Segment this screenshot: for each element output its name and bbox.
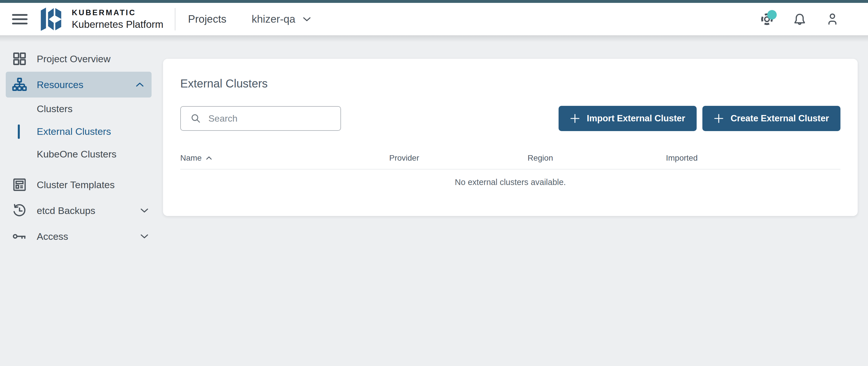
sidebar-item-label: External Clusters [37,126,111,137]
button-label: Create External Cluster [731,113,829,124]
column-header-name[interactable]: Name [180,154,389,163]
sidebar-item-label: Cluster Templates [37,179,115,191]
search-box[interactable] [180,106,341,131]
page-title: External Clusters [180,76,840,90]
header-divider [175,8,175,30]
brand-subtitle: Kubernetes Platform [72,19,163,30]
kubermatic-logo-icon [38,6,65,32]
plus-icon [570,113,580,123]
external-clusters-card: External Clusters Import External Cluste… [163,59,858,216]
search-icon [191,113,201,124]
template-icon [11,177,28,193]
history-icon [11,202,28,219]
sidebar-item-label: Project Overview [37,53,111,65]
sidebar-item-external-clusters[interactable]: External Clusters [0,120,161,143]
header-actions [760,12,839,26]
column-label: Provider [389,154,419,163]
chevron-up-icon [135,82,144,87]
create-external-cluster-button[interactable]: Create External Cluster [702,106,840,131]
sidebar-group-gap [0,166,161,172]
sidebar-item-access[interactable]: Access [0,224,161,249]
chevron-down-icon [140,234,149,239]
column-label: Imported [666,154,698,163]
column-header-provider[interactable]: Provider [389,154,528,163]
sidebar-item-label: Access [37,231,68,242]
column-header-imported[interactable]: Imported [666,154,840,163]
sidebar-item-resources[interactable]: Resources [6,72,152,98]
sidebar-item-label: Resources [37,79,84,90]
page-body: Project Overview Resources Clusters Ext [0,35,868,366]
column-label: Name [180,154,202,163]
sidebar-item-label: etcd Backups [37,205,95,216]
projects-label: Projects [188,13,226,25]
sidebar-item-project-overview[interactable]: Project Overview [0,46,161,72]
notification-dot [767,10,777,20]
search-input[interactable] [208,113,334,124]
table-header-row: Name Provider Region Imported [180,154,840,169]
sidebar: Project Overview Resources Clusters Ext [0,35,161,366]
sidebar-item-etcd-backups[interactable]: etcd Backups [0,198,161,224]
project-switcher[interactable]: khizer-qa [252,13,311,25]
sidebar-item-kubeone-clusters[interactable]: KubeOne Clusters [0,143,161,166]
notifications-bell-icon[interactable] [793,12,807,26]
grid-icon [11,51,28,67]
column-label: Region [528,154,553,163]
brand-text: KUBERMATIC Kubernetes Platform [72,8,163,30]
sidebar-item-clusters[interactable]: Clusters [0,98,161,120]
app-header: KUBERMATIC Kubernetes Platform Projects … [0,3,868,35]
kubermatic-logo[interactable]: KUBERMATIC Kubernetes Platform [38,6,163,32]
chevron-down-icon [303,16,311,22]
import-external-cluster-button[interactable]: Import External Cluster [559,106,696,131]
sidebar-item-label: Clusters [37,103,73,114]
hamburger-menu-icon[interactable] [12,14,28,24]
chevron-down-icon [140,208,149,213]
empty-state-message: No external clusters available. [180,176,840,188]
current-project-name: khizer-qa [252,13,296,25]
sort-ascending-icon [206,156,212,160]
button-label: Import External Cluster [587,113,685,124]
changelog-wheel-icon[interactable] [760,12,774,26]
column-header-region[interactable]: Region [528,154,666,163]
key-icon [11,228,28,244]
user-account-icon[interactable] [826,12,839,26]
brand-name: KUBERMATIC [72,8,163,17]
sitemap-icon [11,76,28,93]
sidebar-item-cluster-templates[interactable]: Cluster Templates [0,172,161,198]
plus-icon [714,113,724,123]
top-accent-strip [0,0,868,3]
sidebar-item-label: KubeOne Clusters [37,148,117,160]
toolbar: Import External Cluster Create External … [180,106,840,131]
